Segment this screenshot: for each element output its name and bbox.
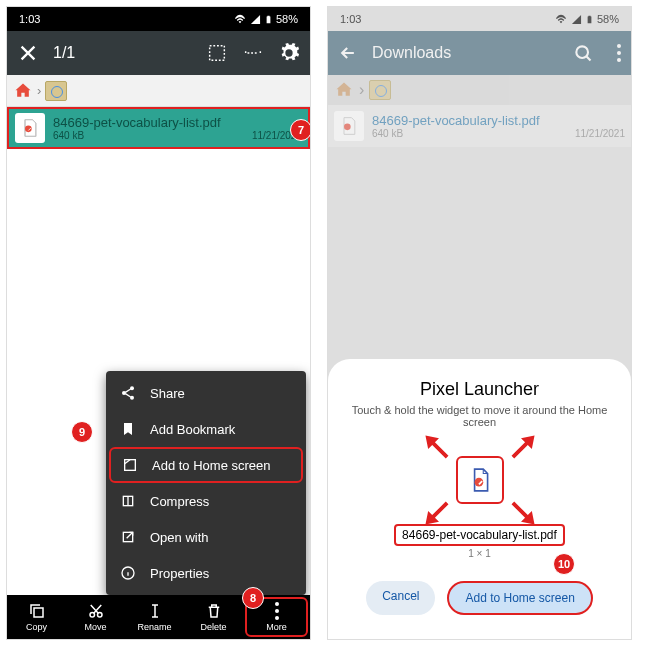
svg-rect-5: [125, 460, 136, 471]
menu-compress[interactable]: Compress: [106, 483, 306, 519]
widget-preview[interactable]: [456, 456, 504, 504]
file-name: 84669-pet-vocabulary-list.pdf: [372, 113, 625, 128]
more-menu: Share Add Bookmark Add to Home screen Co…: [106, 371, 306, 595]
selection-count: 1/1: [53, 44, 192, 62]
app-bar: 1/1: [7, 31, 310, 75]
callout-9: 9: [71, 421, 93, 443]
pdf-thumb-icon: [334, 111, 364, 141]
home-icon[interactable]: [13, 81, 33, 101]
cut-icon: [87, 602, 105, 620]
wifi-icon: [554, 14, 568, 25]
status-bar: 1:03 58%: [328, 7, 631, 31]
gear-icon[interactable]: [278, 42, 300, 64]
svg-point-12: [576, 46, 588, 58]
battery-icon: [264, 13, 273, 26]
widget-size: 1 × 1: [342, 548, 617, 559]
bookmark-icon: [120, 421, 136, 437]
status-right: 58%: [554, 13, 619, 26]
close-icon[interactable]: [17, 42, 39, 64]
pdf-thumb-icon: [15, 113, 45, 143]
file-size: 640 kB: [53, 130, 84, 141]
callout-10: 10: [553, 553, 575, 575]
open-with-icon: [120, 529, 136, 545]
battery-icon: [585, 13, 594, 26]
wifi-icon: [233, 14, 247, 25]
bottom-action-bar: Copy Move Rename Delete More: [7, 595, 310, 639]
callout-8: 8: [242, 587, 264, 609]
menu-openwith[interactable]: Open with: [106, 519, 306, 555]
sheet-hint: Touch & hold the widget to move it aroun…: [342, 404, 617, 428]
add-widget-sheet: Pixel Launcher Touch & hold the widget t…: [328, 359, 631, 639]
select-all-icon[interactable]: [206, 42, 228, 64]
page-title: Downloads: [372, 44, 559, 62]
file-name: 84669-pet-vocabulary-list.pdf: [53, 115, 302, 130]
delete-button[interactable]: Delete: [184, 595, 243, 639]
svg-rect-9: [34, 608, 43, 617]
breadcrumb: ›: [7, 75, 310, 107]
copy-icon: [28, 602, 46, 620]
callout-7: 7: [290, 119, 311, 141]
file-date: 11/21/2021: [575, 128, 625, 139]
signal-icon: [571, 14, 582, 25]
add-home-button[interactable]: Add to Home screen: [447, 581, 592, 615]
menu-add-home[interactable]: Add to Home screen: [109, 447, 303, 483]
widget-name: 84669-pet-vocabulary-list.pdf: [394, 524, 565, 546]
compress-icon: [120, 493, 136, 509]
screenshot-right: 1:03 58% Downloads › 84669-pet-vocabular…: [327, 6, 632, 640]
menu-bookmark[interactable]: Add Bookmark: [106, 411, 306, 447]
screenshot-left: 1:03 58% 1/1 › 84669-pet-vocabulary-list…: [6, 6, 311, 640]
sheet-title: Pixel Launcher: [342, 379, 617, 400]
rename-button[interactable]: Rename: [125, 595, 184, 639]
breadcrumb: ›: [328, 75, 631, 105]
svg-point-1: [25, 126, 32, 133]
copy-button[interactable]: Copy: [7, 595, 66, 639]
svg-point-13: [344, 124, 351, 131]
file-size: 640 kB: [372, 128, 403, 139]
trash-icon: [205, 602, 223, 620]
more-vert-icon: [275, 602, 279, 620]
file-row-selected[interactable]: 84669-pet-vocabulary-list.pdf 640 kB11/2…: [7, 107, 310, 149]
svg-rect-0: [210, 46, 225, 61]
breadcrumb-separator: ›: [37, 83, 41, 98]
rename-icon: [146, 602, 164, 620]
status-bar: 1:03 58%: [7, 7, 310, 31]
info-icon: [120, 565, 136, 581]
battery-pct: 58%: [597, 13, 619, 25]
clock: 1:03: [340, 13, 361, 25]
home-icon[interactable]: [334, 80, 354, 100]
cancel-button[interactable]: Cancel: [366, 581, 435, 615]
status-right: 58%: [233, 13, 298, 26]
signal-icon: [250, 14, 261, 25]
app-bar: Downloads: [328, 31, 631, 75]
pdf-file-icon: [467, 467, 493, 493]
search-icon[interactable]: [573, 43, 593, 63]
menu-properties[interactable]: Properties: [106, 555, 306, 591]
downloads-folder-icon[interactable]: [369, 80, 391, 100]
downloads-folder-icon[interactable]: [45, 81, 67, 101]
file-row[interactable]: 84669-pet-vocabulary-list.pdf 640 kB11/2…: [328, 105, 631, 147]
clock: 1:03: [19, 13, 40, 25]
back-icon[interactable]: [338, 43, 358, 63]
move-button[interactable]: Move: [66, 595, 125, 639]
menu-share[interactable]: Share: [106, 375, 306, 411]
add-home-icon: [122, 457, 138, 473]
more-vert-icon[interactable]: [617, 44, 621, 62]
share-icon: [120, 385, 136, 401]
select-range-icon[interactable]: [242, 42, 264, 64]
battery-pct: 58%: [276, 13, 298, 25]
